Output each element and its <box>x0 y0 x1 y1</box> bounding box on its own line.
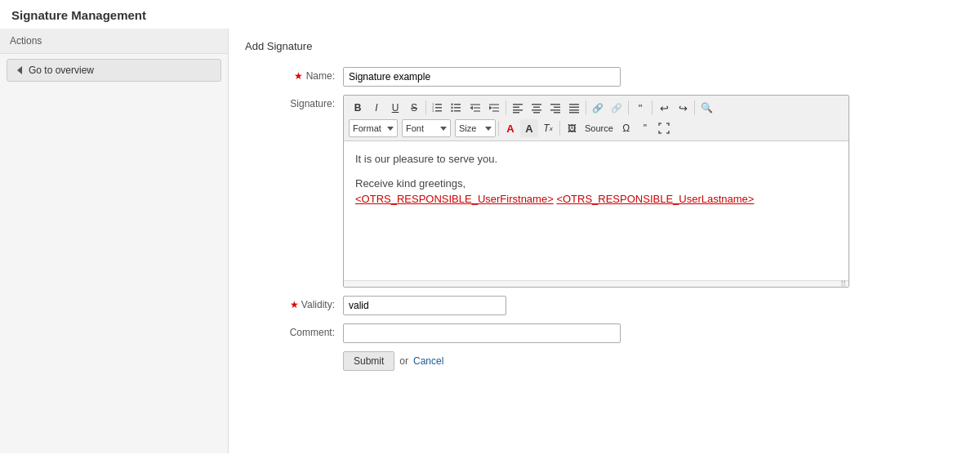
source-button[interactable]: Source <box>581 119 617 137</box>
go-to-overview-label: Go to overview <box>29 65 94 76</box>
svg-rect-0 <box>435 104 442 105</box>
toolbar-row-1: B I U S 1.2.3. <box>349 99 844 117</box>
size-dropdown-arrow <box>485 127 492 131</box>
add-signature-title: Add Signature <box>245 40 964 57</box>
bold-button[interactable]: B <box>349 99 367 117</box>
svg-rect-30 <box>569 104 579 105</box>
comment-row: Comment: <box>245 323 964 343</box>
toolbar-sep-5 <box>652 100 653 115</box>
otrs-tag-lastname: <OTRS_RESPONSIBLE_UserLastname> <box>556 193 754 205</box>
comment-label: Comment: <box>245 323 343 338</box>
svg-rect-19 <box>513 107 519 109</box>
page-title: Signature Management <box>0 0 980 29</box>
svg-rect-7 <box>454 107 461 109</box>
svg-rect-21 <box>513 112 519 114</box>
size-dropdown[interactable]: Size <box>455 119 496 137</box>
font-dropdown-arrow <box>440 127 447 131</box>
unordered-list-button[interactable] <box>448 99 466 117</box>
svg-rect-23 <box>533 107 540 109</box>
source-label: Source <box>585 123 613 133</box>
svg-rect-25 <box>533 112 540 114</box>
clear-format-button[interactable]: Tx <box>539 119 557 137</box>
search-button[interactable]: 🔍 <box>697 99 716 117</box>
toolbar-sep-4 <box>628 100 629 115</box>
blockquote-button[interactable]: " <box>631 99 649 117</box>
indent-more-button[interactable] <box>485 99 503 117</box>
svg-rect-22 <box>532 104 541 105</box>
name-label: ★ Name: <box>245 67 343 82</box>
align-center-button[interactable] <box>528 99 546 117</box>
otrs-tag-firstname: <OTRS_RESPONSIBLE_UserFirstname> <box>355 193 554 205</box>
signature-label: Signature: <box>245 95 343 109</box>
toolbar-sep-6 <box>694 100 695 115</box>
link-button[interactable]: 🔗 <box>589 99 607 117</box>
underline-button[interactable]: U <box>386 99 404 117</box>
redo-button[interactable]: ↪ <box>674 99 692 117</box>
validity-required-star: ★ <box>290 299 299 310</box>
strikethrough-button[interactable]: S <box>405 99 423 117</box>
align-left-button[interactable] <box>509 99 527 117</box>
toolbar-sep-7 <box>498 121 499 136</box>
content-area: Add Signature ★ Name: Signature: B I U S <box>229 29 980 453</box>
or-text: or <box>399 355 408 367</box>
svg-rect-1 <box>435 107 442 109</box>
toolbar-sep-8 <box>559 121 560 136</box>
svg-rect-26 <box>550 104 560 105</box>
svg-rect-18 <box>513 104 523 105</box>
form-actions: Submit or Cancel <box>245 351 964 371</box>
unlink-button[interactable]: 🔗 <box>608 99 626 117</box>
svg-rect-27 <box>554 107 560 109</box>
quote-button[interactable]: " <box>636 119 654 137</box>
svg-rect-2 <box>435 110 442 112</box>
svg-rect-8 <box>454 110 461 112</box>
editor-toolbar: B I U S 1.2.3. <box>344 96 849 141</box>
highlight-button[interactable]: A <box>520 119 538 137</box>
validity-row: ★ Validity: <box>245 296 964 315</box>
size-dropdown-label: Size <box>459 123 476 133</box>
undo-button[interactable]: ↩ <box>655 99 673 117</box>
name-row: ★ Name: <box>245 67 964 87</box>
align-justify-button[interactable] <box>565 99 583 117</box>
italic-button[interactable]: I <box>368 99 385 117</box>
svg-rect-24 <box>532 109 541 111</box>
svg-rect-32 <box>569 109 579 111</box>
toolbar-sep-1 <box>425 100 426 115</box>
svg-rect-6 <box>454 104 461 105</box>
cancel-link[interactable]: Cancel <box>413 355 443 367</box>
signature-editor: B I U S 1.2.3. <box>343 95 849 288</box>
validity-input[interactable] <box>343 296 506 315</box>
font-color-button[interactable]: A <box>501 119 519 137</box>
font-dropdown[interactable]: Font <box>402 119 451 137</box>
svg-point-9 <box>451 104 452 105</box>
sidebar: Actions Go to overview <box>0 29 229 453</box>
ordered-list-button[interactable]: 1.2.3. <box>429 99 447 117</box>
go-to-overview-button[interactable]: Go to overview <box>7 59 221 82</box>
editor-resize-handle[interactable]: ⠿ <box>344 280 849 287</box>
svg-rect-20 <box>513 109 523 111</box>
sidebar-section-title: Actions <box>0 29 228 54</box>
submit-button[interactable]: Submit <box>343 351 394 371</box>
signature-row: Signature: B I U S 1.2.3. <box>245 95 964 288</box>
editor-line2: Receive kind greetings, <OTRS_RESPONSIBL… <box>355 176 837 207</box>
svg-rect-29 <box>554 112 560 114</box>
toolbar-sep-3 <box>586 100 586 115</box>
special-char-button[interactable]: Ω <box>617 119 635 137</box>
validity-label: ★ Validity: <box>245 296 343 310</box>
align-right-button[interactable] <box>546 99 564 117</box>
format-dropdown[interactable]: Format <box>349 119 398 137</box>
fullscreen-button[interactable] <box>655 119 673 137</box>
editor-body[interactable]: It is our pleasure to serve you. Receive… <box>344 141 849 280</box>
svg-rect-31 <box>569 107 579 109</box>
svg-point-10 <box>451 107 452 109</box>
format-dropdown-label: Format <box>353 123 381 133</box>
resize-icon: ⠿ <box>840 279 846 288</box>
toolbar-row-2: Format Font Size A A <box>349 119 844 137</box>
format-dropdown-arrow <box>387 127 394 131</box>
font-dropdown-label: Font <box>406 123 424 133</box>
comment-input[interactable] <box>343 323 621 343</box>
image-button[interactable]: 🖼 <box>563 119 581 137</box>
toolbar-sep-2 <box>506 100 506 115</box>
name-input[interactable] <box>343 67 621 87</box>
svg-point-11 <box>451 110 452 112</box>
indent-less-button[interactable] <box>466 99 484 117</box>
